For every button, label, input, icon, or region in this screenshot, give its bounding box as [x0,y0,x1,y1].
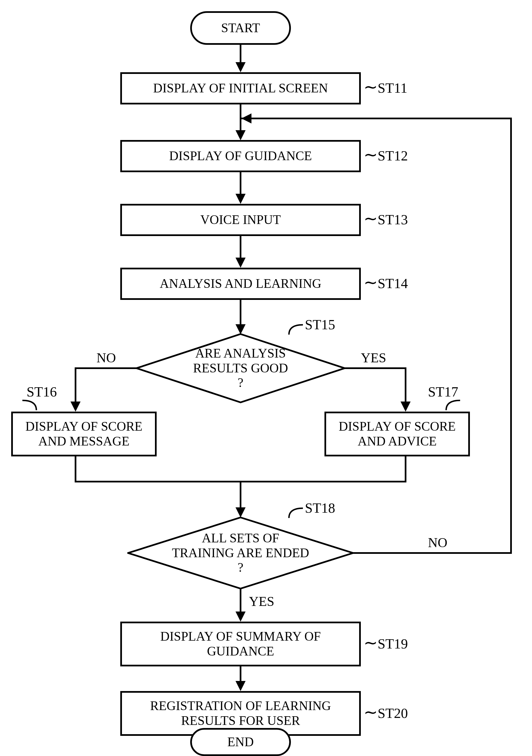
edge [405,367,406,404]
arrow-head [236,257,245,268]
label-st15: ST15 [305,316,335,333]
decision-st15: ARE ANALYSIS RESULTS GOOD ? [136,333,345,403]
process-st16: DISPLAY OF SCORE AND MESSAGE [11,412,157,456]
edge [241,118,512,119]
arrow-head [236,681,245,691]
label-st11: ST11 [378,80,408,96]
arrow-head [236,507,245,517]
terminal-end-text: END [227,735,254,749]
tilde: ∼ [364,145,378,165]
tilde: ∼ [364,272,378,292]
terminal-start: START [190,11,291,45]
label-st14: ST14 [378,275,408,291]
label-st20: ST20 [378,705,408,721]
process-text: DISPLAY OF INITIAL SCREEN [153,81,328,96]
edge [240,172,241,196]
process-text: DISPLAY OF SCORE AND MESSAGE [25,419,142,449]
edge [240,45,241,65]
arrow-head [236,130,245,140]
edge [510,118,512,554]
edge [344,367,406,369]
arrow-head [241,113,251,123]
arrow-head [236,324,245,334]
label-st12: ST12 [378,148,408,164]
label-st18: ST18 [305,500,335,516]
tag-hook [288,505,304,521]
decision-st18: ALL SETS OF TRAINING ARE ENDED ? [127,517,354,589]
arrow-head [70,401,81,412]
edge [75,367,76,404]
edge-label-no-2: NO [428,535,447,550]
process-st17: DISPLAY OF SCORE AND ADVICE [324,412,470,456]
process-text: DISPLAY OF SUMMARY OF GUIDANCE [160,629,321,659]
edge [405,456,406,482]
arrow-head [400,401,411,412]
terminal-start-text: START [221,21,260,36]
tag-hook [445,398,462,413]
edge [240,300,241,327]
process-text: REGISTRATION OF LEARNING RESULTS FOR USE… [150,699,331,728]
tag-hook [288,322,304,338]
process-st19: DISPLAY OF SUMMARY OF GUIDANCE [120,622,361,666]
edge [240,482,241,510]
label-st19: ST19 [378,635,408,652]
edge [240,588,241,614]
edge [76,367,137,369]
arrow-head [236,611,245,622]
terminal-end: END [190,728,291,756]
process-st11: DISPLAY OF INITIAL SCREEN [120,72,361,104]
process-text: ANALYSIS AND LEARNING [160,276,321,291]
process-text: DISPLAY OF GUIDANCE [169,149,312,164]
arrow-head [236,194,245,204]
label-st16: ST16 [27,384,57,400]
tilde: ∼ [364,77,378,97]
tilde: ∼ [364,209,378,229]
tag-hook [21,398,38,413]
process-text: DISPLAY OF SCORE AND ADVICE [339,419,456,449]
decision-text: ARE ANALYSIS RESULTS GOOD ? [193,346,288,391]
process-st12: DISPLAY OF GUIDANCE [120,140,361,172]
process-st13: VOICE INPUT [120,204,361,236]
edge [352,552,512,554]
process-st14: ANALYSIS AND LEARNING [120,268,361,300]
edge-label-yes-2: YES [249,594,274,609]
label-st13: ST13 [378,211,408,228]
arrow-head [236,62,245,72]
edge [240,236,241,260]
tilde: ∼ [364,633,378,653]
edge-label-yes: YES [361,350,386,365]
decision-text: ALL SETS OF TRAINING ARE ENDED ? [172,531,309,576]
process-text: VOICE INPUT [200,212,281,228]
tilde: ∼ [364,702,378,722]
edge [240,666,241,683]
label-st17: ST17 [428,384,458,400]
edge [75,456,76,482]
edge-label-no: NO [96,350,116,365]
